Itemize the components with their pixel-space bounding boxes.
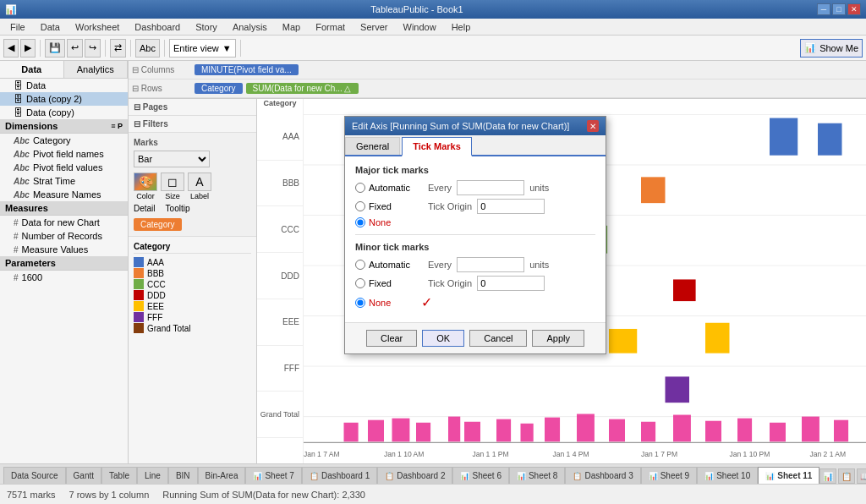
dialog-close-button[interactable]: ✕ — [587, 120, 599, 132]
major-every-input[interactable] — [457, 180, 524, 195]
minor-none-row: None ✓ — [355, 294, 595, 310]
cancel-button[interactable]: Cancel — [469, 330, 527, 347]
minor-tick-origin-label: Tick Origin — [428, 278, 472, 288]
minor-units-label: units — [529, 260, 549, 270]
checkmark-icon: ✓ — [421, 294, 432, 310]
dialog-tab-tickmarks[interactable]: Tick Marks — [402, 137, 472, 156]
dialog-title-bar: Edit Axis [Running Sum of SUM(Data for n… — [345, 117, 606, 135]
axis-dialog: Edit Axis [Running Sum of SUM(Data for n… — [344, 116, 606, 354]
major-auto-label[interactable]: Automatic — [355, 183, 423, 193]
major-none-label[interactable]: None — [355, 217, 423, 227]
major-tick-origin-label: Tick Origin — [428, 201, 472, 211]
minor-fixed-radio[interactable] — [355, 278, 365, 288]
clear-button[interactable]: Clear — [366, 330, 417, 347]
minor-fixed-label[interactable]: Fixed — [355, 278, 423, 288]
minor-auto-radio[interactable] — [355, 260, 365, 270]
major-fixed-row: Fixed Tick Origin — [355, 199, 595, 214]
minor-every-input[interactable] — [457, 257, 524, 272]
minor-none-label[interactable]: None — [355, 298, 423, 308]
dialog-divider — [355, 234, 595, 235]
minor-none-radio[interactable] — [355, 298, 365, 308]
major-none-radio[interactable] — [355, 217, 365, 227]
major-none-row: None — [355, 217, 595, 227]
dialog-overlay: Edit Axis [Running Sum of SUM(Data for n… — [0, 0, 866, 504]
dialog-title: Edit Axis [Running Sum of SUM(Data for n… — [352, 121, 569, 131]
major-tick-origin-input[interactable] — [477, 199, 545, 214]
dialog-footer: Clear OK Cancel Apply — [345, 322, 606, 353]
major-fixed-label[interactable]: Fixed — [355, 201, 423, 211]
minor-auto-row: Automatic Every units — [355, 257, 595, 272]
major-tick-title: Major tick marks — [355, 165, 595, 175]
major-every-label: Every — [428, 183, 452, 193]
apply-button[interactable]: Apply — [532, 330, 584, 347]
major-auto-radio[interactable] — [355, 183, 365, 193]
minor-fixed-row: Fixed Tick Origin — [355, 276, 595, 291]
major-units-label: units — [529, 183, 549, 193]
minor-every-label: Every — [428, 260, 452, 270]
minor-tick-title: Minor tick marks — [355, 242, 595, 252]
major-auto-row: Automatic Every units — [355, 180, 595, 195]
dialog-tabs: General Tick Marks — [345, 135, 606, 156]
ok-button[interactable]: OK — [422, 330, 464, 347]
dialog-tab-general[interactable]: General — [345, 137, 400, 155]
dialog-body: Major tick marks Automatic Every units F… — [345, 156, 606, 322]
minor-tick-origin-input[interactable] — [477, 276, 545, 291]
major-fixed-radio[interactable] — [355, 201, 365, 211]
minor-auto-label[interactable]: Automatic — [355, 260, 423, 270]
